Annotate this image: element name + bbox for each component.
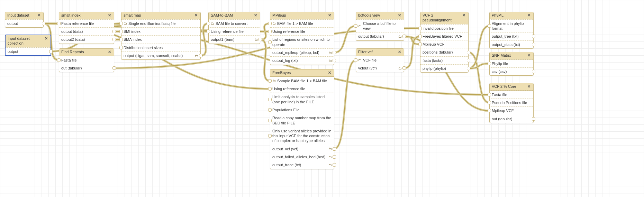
node-smalt-index[interactable]: smalt index✕Fasta reference fileoutput (… bbox=[59, 12, 114, 44]
input-port[interactable] bbox=[418, 35, 422, 38]
node-filter-vcf[interactable]: Filter vcf✕🗀VCF filevcfout (vcf)🗀 bbox=[356, 48, 404, 72]
input-port[interactable] bbox=[119, 30, 123, 33]
input-port[interactable] bbox=[119, 46, 123, 49]
output-port[interactable] bbox=[112, 38, 116, 41]
input-port[interactable] bbox=[488, 93, 491, 96]
close-icon[interactable]: ✕ bbox=[44, 37, 48, 40]
output-port[interactable] bbox=[333, 163, 336, 167]
input-port[interactable] bbox=[207, 22, 210, 25]
node-header[interactable]: smalt index✕ bbox=[59, 12, 114, 19]
node-header[interactable]: FreeBayes✕ bbox=[270, 69, 334, 77]
output-port[interactable] bbox=[333, 147, 336, 151]
output-port[interactable] bbox=[333, 155, 336, 159]
node-smalt-map[interactable]: smalt map✕🗀Single end illumina fastq fil… bbox=[121, 12, 201, 60]
input-port[interactable] bbox=[488, 24, 491, 28]
node-header[interactable]: bcftools view✕ bbox=[356, 12, 404, 19]
close-icon[interactable]: ✕ bbox=[107, 13, 112, 17]
close-icon[interactable]: ✕ bbox=[37, 13, 41, 17]
node-input-dataset-collection[interactable]: Input dataset collection✕output bbox=[5, 35, 51, 56]
output-row: output2 (data) bbox=[59, 35, 114, 43]
output-port[interactable] bbox=[467, 51, 470, 54]
node-find-repeats[interactable]: Find Repeats✕Fasta fileout (tabular) bbox=[59, 48, 114, 72]
close-icon[interactable]: ✕ bbox=[253, 13, 258, 17]
node-title: PhyML bbox=[492, 13, 525, 18]
workflow-canvas[interactable]: Input dataset✕outputInput dataset collec… bbox=[0, 0, 644, 197]
output-port[interactable] bbox=[333, 59, 336, 62]
input-port[interactable] bbox=[207, 30, 210, 33]
input-label: Choose a bcf file to view bbox=[363, 21, 402, 31]
node-header[interactable]: smalt map✕ bbox=[121, 12, 200, 19]
node-header[interactable]: Input dataset✕ bbox=[5, 12, 43, 19]
input-port[interactable] bbox=[268, 87, 272, 91]
output-port[interactable] bbox=[112, 66, 116, 70]
close-icon[interactable]: ✕ bbox=[462, 13, 466, 17]
node-header[interactable]: Filter vcf✕ bbox=[356, 49, 404, 56]
close-icon[interactable]: ✕ bbox=[527, 85, 531, 88]
input-port[interactable] bbox=[418, 27, 422, 30]
input-port[interactable] bbox=[57, 58, 61, 62]
input-label: Fasta reference file bbox=[61, 21, 112, 26]
input-port[interactable] bbox=[268, 98, 272, 101]
output-port[interactable] bbox=[333, 51, 336, 54]
node-snp-matrix[interactable]: SNP Matrix✕Phylip filecsv (csv) bbox=[489, 52, 534, 76]
close-icon[interactable]: ✕ bbox=[397, 50, 402, 54]
output-port[interactable] bbox=[532, 35, 535, 38]
input-port[interactable] bbox=[268, 119, 272, 122]
node-header[interactable]: VCF 2 pseudoalignment✕ bbox=[420, 12, 468, 24]
node-bcftools-view[interactable]: bcftools view✕🗀Choose a bcf file to view… bbox=[356, 12, 404, 41]
output-port[interactable] bbox=[402, 66, 406, 70]
node-vcf2core[interactable]: VCF 2 % Core✕Fasta filePseudo Positions … bbox=[489, 83, 534, 123]
input-port[interactable] bbox=[268, 108, 272, 112]
node-vcf2pseudo[interactable]: VCF 2 pseudoalignment✕Invalid position f… bbox=[420, 12, 469, 73]
input-port[interactable] bbox=[268, 134, 272, 138]
node-header[interactable]: PhyML✕ bbox=[490, 12, 533, 19]
output-port[interactable] bbox=[402, 35, 406, 38]
input-port[interactable] bbox=[354, 24, 357, 28]
node-input-dataset[interactable]: Input dataset✕output bbox=[5, 12, 44, 28]
input-port[interactable] bbox=[119, 22, 123, 25]
node-header[interactable]: SNP Matrix✕ bbox=[490, 52, 533, 59]
output-port[interactable] bbox=[532, 70, 535, 73]
input-port[interactable] bbox=[488, 101, 491, 104]
node-header[interactable]: Input dataset collection✕ bbox=[6, 35, 51, 47]
node-phyml[interactable]: PhyML✕Alignment in phylip formatoutput_t… bbox=[489, 12, 534, 49]
node-header[interactable]: VCF 2 % Core✕ bbox=[490, 83, 533, 91]
input-port[interactable] bbox=[488, 62, 491, 65]
close-icon[interactable]: ✕ bbox=[527, 13, 531, 17]
input-port[interactable] bbox=[268, 22, 272, 25]
node-freebayes[interactable]: FreeBayes✕🗀Sample BAM file 1 > BAM fileU… bbox=[270, 69, 334, 169]
close-icon[interactable]: ✕ bbox=[327, 71, 332, 75]
output-port[interactable] bbox=[532, 43, 535, 46]
output-port[interactable] bbox=[42, 22, 45, 25]
output-port[interactable] bbox=[532, 117, 535, 121]
output-port[interactable] bbox=[199, 54, 202, 57]
output-port[interactable] bbox=[467, 67, 470, 70]
output-port[interactable] bbox=[467, 59, 470, 62]
input-port[interactable] bbox=[488, 109, 491, 112]
input-row: 🗀BAM file 1 > BAM file bbox=[270, 19, 334, 27]
close-icon[interactable]: ✕ bbox=[107, 50, 112, 54]
input-port[interactable] bbox=[268, 79, 272, 83]
close-icon[interactable]: ✕ bbox=[397, 13, 402, 17]
node-mpileup[interactable]: MPileup✕🗀BAM file 1 > BAM fileUsing refe… bbox=[270, 12, 334, 65]
input-port[interactable] bbox=[268, 30, 272, 33]
input-label: Limit analysis to samples listed (one pe… bbox=[272, 94, 332, 104]
node-header[interactable]: MPileup✕ bbox=[270, 12, 334, 19]
close-icon[interactable]: ✕ bbox=[527, 54, 531, 57]
node-header[interactable]: Find Repeats✕ bbox=[59, 49, 114, 56]
close-icon[interactable]: ✕ bbox=[194, 13, 198, 17]
output-port[interactable] bbox=[258, 38, 262, 41]
input-port[interactable] bbox=[418, 43, 422, 46]
input-port[interactable] bbox=[354, 58, 357, 62]
close-icon[interactable]: ✕ bbox=[327, 13, 332, 17]
node-sam-to-bam[interactable]: SAM-to-BAM✕🗀SAM file to convertUsing ref… bbox=[208, 12, 260, 44]
input-row: SMA index bbox=[121, 35, 200, 43]
node-header[interactable]: SAM-to-BAM✕ bbox=[209, 12, 260, 19]
output-port[interactable] bbox=[49, 50, 53, 53]
output-label: output (tabular) bbox=[358, 34, 396, 39]
input-port[interactable] bbox=[268, 40, 272, 44]
input-port[interactable] bbox=[119, 38, 123, 41]
output-port[interactable] bbox=[112, 30, 116, 33]
input-row: Only use variant alleles provided in thi… bbox=[270, 127, 334, 145]
input-port[interactable] bbox=[57, 22, 61, 25]
